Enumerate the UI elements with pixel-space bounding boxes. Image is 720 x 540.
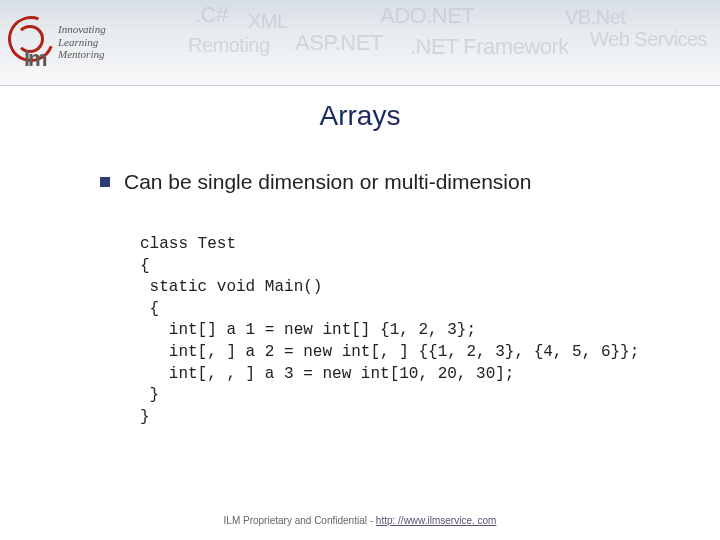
watermark-word: .NET Framework xyxy=(410,34,569,60)
watermark-word: XML xyxy=(248,10,288,33)
slide: lm InnovatingLearningMentoring .C#XMLADO… xyxy=(0,0,720,540)
logo-mark-icon: lm xyxy=(8,16,56,70)
logo-word: Learning xyxy=(58,36,106,49)
footer-prefix: ILM Proprietary and Confidential - xyxy=(224,515,376,526)
logo-word: Innovating xyxy=(58,23,106,36)
slide-title: Arrays xyxy=(0,100,720,132)
watermark-word: ASP.NET xyxy=(295,30,383,56)
logo-word: Mentoring xyxy=(58,48,106,61)
banner: lm InnovatingLearningMentoring .C#XMLADO… xyxy=(0,0,720,86)
watermark-word: VB.Net xyxy=(565,6,625,29)
watermark-word: .C# xyxy=(195,2,228,28)
square-bullet-icon xyxy=(100,177,110,187)
bullet-row: Can be single dimension or multi-dimensi… xyxy=(100,170,531,194)
footer-link[interactable]: http: //www.ilmservice. com xyxy=(376,515,497,526)
footer: ILM Proprietary and Confidential - http:… xyxy=(0,515,720,526)
logo-words: InnovatingLearningMentoring xyxy=(58,23,106,61)
watermark-word: ADO.NET xyxy=(380,3,474,29)
logo: lm InnovatingLearningMentoring xyxy=(6,6,161,78)
watermark-word: Web Services xyxy=(590,28,707,51)
bullet-text: Can be single dimension or multi-dimensi… xyxy=(124,170,531,194)
code-block: class Test { static void Main() { int[] … xyxy=(140,234,639,428)
logo-letters: lm xyxy=(24,46,46,72)
watermark-word: Remoting xyxy=(188,34,270,57)
